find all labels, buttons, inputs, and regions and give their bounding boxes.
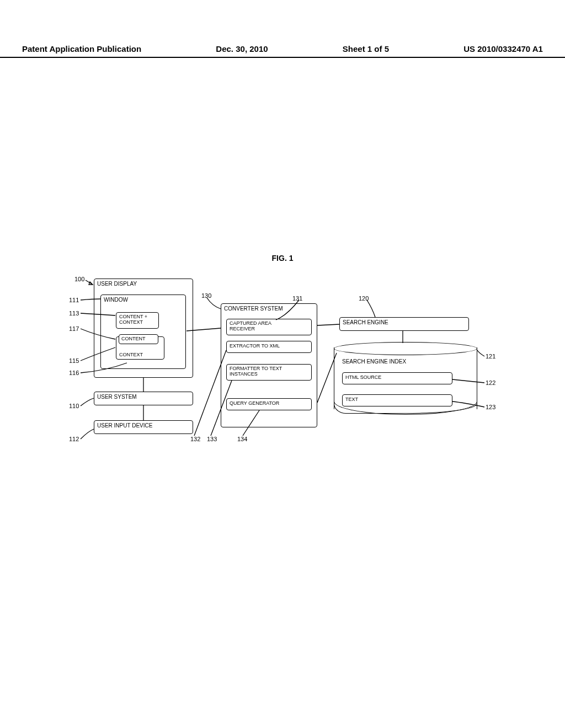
ref-117: 117 bbox=[69, 325, 79, 332]
html-source-box: HTML SOURCE bbox=[342, 372, 452, 384]
ref-113: 113 bbox=[69, 310, 79, 317]
ref-134: 134 bbox=[237, 436, 247, 442]
user-display-label: USER DISPLAY bbox=[97, 281, 137, 287]
user-input-device-label: USER INPUT DEVICE bbox=[97, 422, 152, 429]
ref-133: 133 bbox=[207, 436, 217, 442]
extractor-xml-label: EXTRACTOR TO XML bbox=[230, 343, 280, 349]
window-label: WINDOW bbox=[104, 297, 128, 303]
text-box: TEXT bbox=[342, 394, 452, 406]
search-engine-box: SEARCH ENGINE bbox=[339, 317, 469, 331]
user-system-box: USER SYSTEM bbox=[94, 392, 193, 405]
ref-121: 121 bbox=[486, 353, 495, 360]
content-inner-box: CONTENT bbox=[119, 334, 158, 344]
ref-130: 130 bbox=[201, 292, 211, 299]
figure-1-diagram: USER DISPLAY WINDOW CONTENT + CONTEXT CO… bbox=[66, 276, 491, 452]
ref-123: 123 bbox=[486, 404, 495, 410]
captured-area-receiver-box: CAPTURED AREA RECEIVER bbox=[226, 319, 312, 335]
user-system-label: USER SYSTEM bbox=[97, 394, 137, 400]
search-engine-index-label: SEARCH ENGINE INDEX bbox=[342, 358, 406, 365]
publication-number: US 2010/0332470 A1 bbox=[463, 44, 543, 53]
ref-112: 112 bbox=[69, 436, 79, 442]
ref-110: 110 bbox=[69, 403, 79, 409]
search-engine-label: SEARCH ENGINE bbox=[343, 319, 388, 325]
ref-132: 132 bbox=[190, 436, 200, 442]
context-label: CONTEXT bbox=[119, 352, 143, 357]
ref-131: 131 bbox=[292, 295, 302, 302]
content-label: CONTENT bbox=[121, 336, 146, 341]
ref-116: 116 bbox=[69, 370, 79, 376]
text-label: TEXT bbox=[345, 397, 358, 402]
user-input-device-box: USER INPUT DEVICE bbox=[94, 420, 193, 434]
query-generator-label: QUERY GENERATOR bbox=[230, 400, 279, 406]
converter-system-label: CONVERTER SYSTEM bbox=[224, 306, 283, 312]
html-source-label: HTML SOURCE bbox=[345, 374, 381, 380]
content-context-box: CONTENT + CONTEXT bbox=[116, 312, 159, 329]
formatter-text-box: FORMATTER TO TEXT INSTANCES bbox=[226, 364, 312, 381]
query-generator-box: QUERY GENERATOR bbox=[226, 398, 312, 410]
ref-122: 122 bbox=[486, 379, 495, 386]
ref-120: 120 bbox=[359, 295, 369, 302]
ref-115: 115 bbox=[69, 357, 79, 364]
ref-111: 111 bbox=[69, 297, 79, 303]
sheet-number: Sheet 1 of 5 bbox=[343, 44, 389, 53]
ref-100: 100 bbox=[74, 276, 84, 282]
patent-header: Patent Application Publication Dec. 30, … bbox=[0, 44, 565, 58]
extractor-xml-box: EXTRACTOR TO XML bbox=[226, 341, 312, 353]
publication-type: Patent Application Publication bbox=[22, 44, 141, 53]
publication-date: Dec. 30, 2010 bbox=[216, 44, 268, 53]
figure-title: FIG. 1 bbox=[0, 254, 565, 263]
